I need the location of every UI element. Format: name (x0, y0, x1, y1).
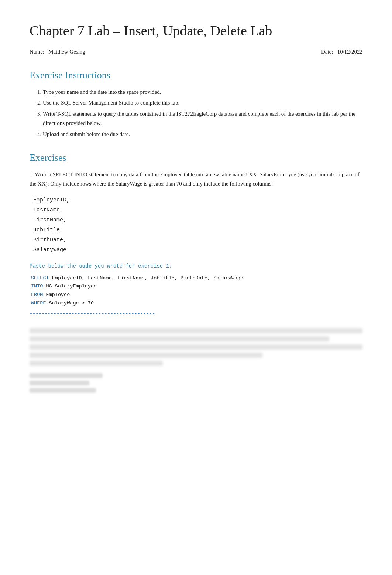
sql-keyword: FROM (31, 292, 43, 297)
sql-line: SELECT EmployeeID, LastName, FirstName, … (31, 274, 362, 283)
instruction-item: Write T-SQL statements to query the tabl… (43, 109, 362, 128)
column-item: JobTitle, (33, 225, 362, 235)
sql-keyword: SELECT (31, 275, 49, 281)
sql-divider: ----------------------------------------… (30, 311, 362, 316)
column-item: BirthDate, (33, 235, 362, 245)
exercise1-description: 1. Write a SELECT INTO statement to copy… (30, 170, 362, 188)
instruction-item: Use the SQL Server Management Studio to … (43, 98, 362, 108)
instruction-item: Type your name and the date into the spa… (43, 88, 362, 97)
paste-instruction: Paste below the code you wrote for exerc… (30, 263, 362, 269)
meta-row: Name: Matthew Gesing Date: 10/12/2022 (30, 49, 362, 55)
sql-keyword: INTO (31, 283, 43, 289)
blurred-section (30, 323, 362, 399)
instructions-list: Type your name and the date into the spa… (30, 88, 362, 139)
instruction-item: Upload and submit before the due date. (43, 130, 362, 139)
column-item: SalaryWage (33, 245, 362, 255)
column-item: EmployeeID, (33, 195, 362, 205)
column-list: EmployeeID,LastName,FirstName,JobTitle,B… (30, 195, 362, 255)
exercises-section: Exercises 1. Write a SELECT INTO stateme… (30, 152, 362, 399)
sql-line: INTO MG_SalaryEmployee (31, 282, 362, 291)
column-item: FirstName, (33, 215, 362, 225)
exercises-heading: Exercises (30, 152, 362, 163)
blurred-list (30, 373, 362, 393)
name-field: Name: Matthew Gesing (30, 49, 85, 55)
date-field: Date: 10/12/2022 (321, 49, 362, 55)
sql-keyword: WHERE (31, 300, 46, 306)
sql-line: WHERE SalaryWage > 70 (31, 299, 362, 308)
column-item: LastName, (33, 205, 362, 215)
page-title: Chapter 7 Lab – Insert, Update, Delete L… (30, 22, 362, 40)
sql-code-block: SELECT EmployeeID, LastName, FirstName, … (30, 274, 362, 308)
sql-line: FROM Employee (31, 291, 362, 299)
exercise-instructions-heading: Exercise Instructions (30, 70, 362, 81)
exercise-instructions-section: Exercise Instructions Type your name and… (30, 70, 362, 139)
